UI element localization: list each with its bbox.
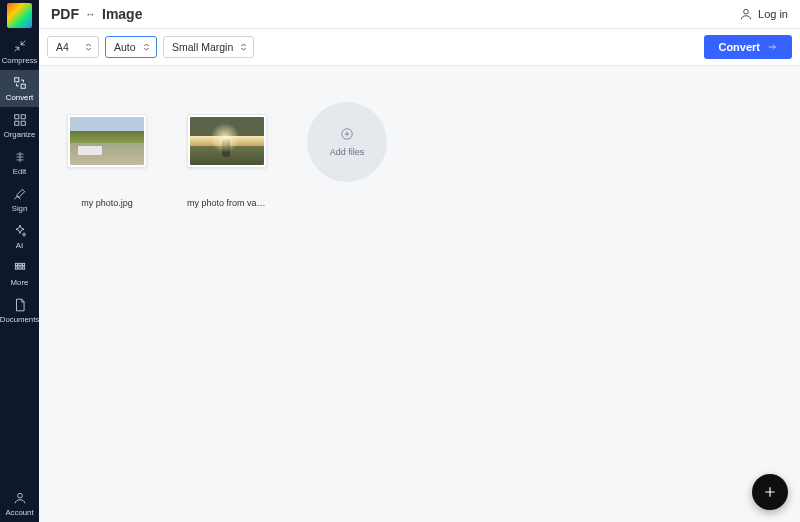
sidebar-item-label: Edit: [13, 167, 26, 176]
svg-rect-10: [18, 267, 20, 269]
logo[interactable]: [7, 3, 32, 28]
documents-icon: [13, 298, 27, 312]
swap-icon: ↔: [85, 8, 96, 20]
sidebar-item-label: Organize: [4, 130, 36, 139]
page-size-select[interactable]: A4: [47, 36, 99, 58]
svg-rect-11: [22, 267, 24, 269]
plus-circle-icon: [340, 127, 354, 141]
toolbar-left: A4 Auto Small Margin: [47, 36, 254, 58]
margin-select[interactable]: Small Margin: [163, 36, 254, 58]
file-card[interactable]: my photo from vacati…: [187, 114, 267, 208]
svg-rect-1: [21, 84, 25, 88]
login-button[interactable]: Log in: [739, 7, 788, 21]
plus-icon: [762, 484, 778, 500]
page-size-value: A4: [56, 41, 69, 53]
sidebar-item-label: AI: [16, 241, 23, 250]
sidebar: Compress Convert Organize Edit Sign AI: [0, 0, 39, 522]
convert-label: Convert: [718, 41, 760, 53]
toolbar: A4 Auto Small Margin Convert: [39, 29, 800, 66]
sidebar-item-account[interactable]: Account: [0, 485, 39, 522]
svg-rect-9: [15, 267, 17, 269]
page-title: PDF ↔ Image: [51, 6, 142, 22]
compress-icon: [13, 39, 27, 53]
orientation-value: Auto: [114, 41, 136, 53]
file-thumbnail: [187, 114, 267, 168]
header: PDF ↔ Image Log in: [39, 0, 800, 29]
svg-rect-3: [21, 115, 25, 119]
workspace: my photo.jpg my photo from vacati… Add f…: [39, 66, 800, 522]
user-icon: [739, 7, 753, 21]
svg-rect-2: [14, 115, 18, 119]
sidebar-nav: Compress Convert Organize Edit Sign AI: [0, 33, 39, 329]
login-label: Log in: [758, 8, 788, 20]
sidebar-item-label: More: [11, 278, 29, 287]
sidebar-item-documents[interactable]: Documents: [0, 292, 39, 329]
add-files-button[interactable]: Add files: [307, 102, 387, 182]
svg-point-12: [17, 493, 22, 498]
organize-icon: [13, 113, 27, 127]
svg-rect-7: [18, 263, 20, 265]
title-part-right: Image: [102, 6, 142, 22]
svg-rect-5: [21, 121, 25, 125]
svg-rect-0: [14, 78, 18, 82]
ai-icon: [13, 224, 27, 238]
sidebar-item-more[interactable]: More: [0, 255, 39, 292]
more-icon: [13, 261, 27, 275]
file-name: my photo.jpg: [81, 198, 133, 208]
file-name: my photo from vacati…: [187, 198, 267, 208]
fab-add-button[interactable]: [752, 474, 788, 510]
sidebar-item-organize[interactable]: Organize: [0, 107, 39, 144]
sidebar-item-ai[interactable]: AI: [0, 218, 39, 255]
svg-rect-6: [15, 263, 17, 265]
title-part-left: PDF: [51, 6, 79, 22]
sidebar-item-compress[interactable]: Compress: [0, 33, 39, 70]
convert-icon: [13, 76, 27, 90]
margin-value: Small Margin: [172, 41, 233, 53]
sidebar-item-edit[interactable]: Edit: [0, 144, 39, 181]
sidebar-item-label: Convert: [6, 93, 33, 102]
main: PDF ↔ Image Log in A4 Auto Small Margin: [39, 0, 800, 522]
sidebar-item-label: Compress: [2, 56, 38, 65]
add-files-label: Add files: [330, 147, 365, 157]
sidebar-item-convert[interactable]: Convert: [0, 70, 39, 107]
sidebar-item-label: Account: [5, 508, 33, 517]
svg-rect-8: [22, 263, 24, 265]
sidebar-item-sign[interactable]: Sign: [0, 181, 39, 218]
sidebar-item-label: Sign: [12, 204, 28, 213]
svg-point-13: [744, 9, 749, 14]
orientation-select[interactable]: Auto: [105, 36, 157, 58]
account-icon: [13, 491, 27, 505]
arrow-right-icon: [766, 42, 778, 52]
svg-rect-4: [14, 121, 18, 125]
file-card[interactable]: my photo.jpg: [67, 114, 147, 208]
convert-button[interactable]: Convert: [704, 35, 792, 59]
sidebar-item-label: Documents: [0, 315, 39, 324]
sign-icon: [13, 187, 27, 201]
file-thumbnail: [67, 114, 147, 168]
edit-icon: [13, 150, 27, 164]
